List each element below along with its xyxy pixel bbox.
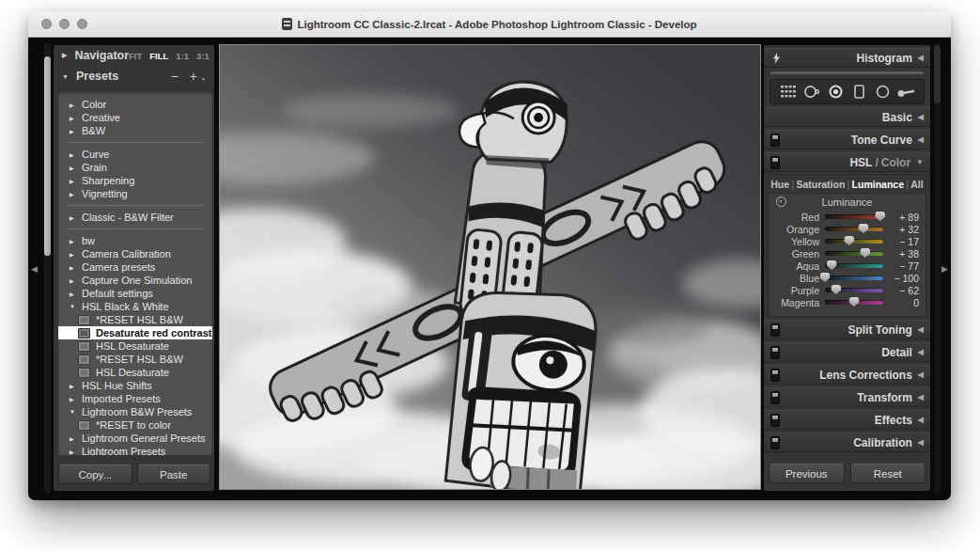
preset-folder-capture-one-simulation[interactable]: ▶Capture One Simulation: [58, 274, 212, 287]
paste-button[interactable]: Paste: [137, 464, 211, 484]
traffic-lights: [41, 19, 87, 29]
remove-preset-button[interactable]: −: [171, 69, 179, 84]
previous-button[interactable]: Previous: [769, 464, 845, 483]
collapse-left-panel-icon[interactable]: ◀: [31, 264, 38, 274]
triangle-right-icon: ▶: [70, 435, 76, 442]
tab-all[interactable]: All: [910, 179, 923, 190]
effects-toggle[interactable]: [770, 414, 780, 427]
detail-toggle[interactable]: [770, 346, 780, 359]
transform-toggle[interactable]: [770, 391, 780, 404]
histogram-header[interactable]: Histogram ◀: [764, 48, 930, 68]
zoom-window-button[interactable]: [77, 19, 87, 29]
basic-section-header[interactable]: Basic ◀: [764, 107, 930, 127]
hsl-color-toggle[interactable]: [770, 156, 780, 169]
preset-folder-classic-bw-filter[interactable]: ▶Classic - B&W Filter: [58, 211, 212, 224]
preset-folder-creative[interactable]: ▶Creative: [58, 111, 212, 124]
presets-header[interactable]: ▼ Presets − + ▼: [54, 66, 214, 87]
preset-folder-imported-presets[interactable]: ▶Imported Presets: [58, 392, 212, 405]
red-slider-track[interactable]: [825, 214, 883, 219]
left-panel: ▶ Navigator FIT FILL 1:1 3:1 ▲▼ ▼ Preset…: [54, 45, 214, 491]
preset-folder-label: Lightroom General Presets: [82, 433, 205, 444]
show-filmstrip-icon[interactable]: ▲: [487, 498, 492, 500]
preset-folder-lightroom-bw-presets[interactable]: ▼Lightroom B&W Presets: [58, 405, 212, 418]
preset-folder-color[interactable]: ▶Color: [58, 98, 212, 111]
left-panel-scrollbar-thumb[interactable]: [44, 56, 51, 256]
adjustment-brush-icon[interactable]: [896, 82, 915, 102]
target-adjustment-icon[interactable]: [776, 197, 786, 207]
reset-button[interactable]: Reset: [850, 464, 926, 483]
preset-folder-vignetting[interactable]: ▶Vignetting: [58, 187, 212, 200]
photo-zone: [214, 38, 764, 500]
preset-folder-camera-calibration[interactable]: ▶Camera Calibration: [58, 247, 212, 260]
detail-section-header[interactable]: Detail ◀: [764, 342, 930, 362]
preset-folder-curve[interactable]: ▶Curve: [58, 148, 212, 161]
preset-reset-hsl-bw-1[interactable]: *RESET HSL B&W: [58, 313, 212, 326]
tone-curve-section-header[interactable]: Tone Curve ◀: [764, 130, 930, 150]
totem-pole-photo: [220, 45, 760, 489]
green-slider-thumb[interactable]: [860, 248, 870, 258]
tone-curve-toggle[interactable]: [770, 134, 780, 147]
red-eye-icon[interactable]: [826, 82, 845, 102]
split-toning-toggle[interactable]: [770, 323, 780, 337]
preset-folder-lightroom-presets[interactable]: ▶Lightroom Presets: [58, 445, 212, 455]
slider-value: − 17: [883, 236, 919, 247]
zoom-option-3-1[interactable]: 3:1: [196, 51, 210, 61]
split-toning-section-header[interactable]: Split Toning ◀: [764, 320, 930, 339]
slider-label: Green: [775, 248, 825, 260]
preset-folder-lightroom-general-presets[interactable]: ▶Lightroom General Presets: [58, 432, 212, 445]
tab-hue[interactable]: Hue: [770, 179, 789, 190]
magenta-slider-thumb[interactable]: [849, 297, 860, 307]
preset-folder-sharpening[interactable]: ▶Sharpening: [58, 174, 212, 187]
minimize-window-button[interactable]: [59, 19, 70, 29]
blue-slider-track[interactable]: [825, 276, 883, 280]
preset-folder-hsl-hue-shifts[interactable]: ▶HSL Hue Shifts: [58, 379, 212, 392]
collapse-right-panel-icon[interactable]: ▶: [941, 264, 948, 274]
preset-reset-hsl-bw-2[interactable]: *RESET HSL B&W: [58, 353, 212, 366]
radial-filter-icon[interactable]: [873, 82, 892, 102]
graduated-filter-icon[interactable]: [849, 82, 868, 102]
zoom-option-fill[interactable]: FILL: [149, 51, 168, 61]
hsl-color-section-header[interactable]: HSL / Color ▼: [764, 152, 930, 172]
spot-removal-icon[interactable]: [802, 82, 821, 102]
preset-folder-bw2[interactable]: ▶bw: [58, 234, 212, 247]
preset-folder-hsl-black-white[interactable]: ▼HSL Black & White: [58, 300, 212, 313]
tab-luminance[interactable]: Luminance: [852, 179, 904, 190]
tab-saturation[interactable]: Saturation: [796, 179, 845, 190]
lens-corrections-section-header[interactable]: Lens Corrections ◀: [764, 365, 930, 385]
calibration-toggle[interactable]: [770, 436, 780, 449]
zoom-option-fit[interactable]: FIT: [129, 51, 142, 61]
transform-section-header[interactable]: Transform ◀: [764, 387, 930, 407]
preset-hsl-desaturate-2[interactable]: HSL Desaturate: [58, 366, 212, 379]
preset-folder-default-settings[interactable]: ▶Default settings: [58, 287, 212, 300]
preset-thumbnail-icon: [78, 315, 90, 325]
list-scroll-more-icon[interactable]: ▼: [132, 456, 137, 462]
preset-folder-bw[interactable]: ▶B&W: [58, 124, 212, 137]
zoom-option-1-1[interactable]: 1:1: [176, 51, 189, 61]
close-window-button[interactable]: [41, 19, 52, 29]
photo-canvas[interactable]: [219, 44, 761, 490]
aqua-slider-thumb[interactable]: [827, 260, 837, 270]
preset-folder-grain[interactable]: ▶Grain: [58, 161, 212, 174]
left-panel-buttons: Copy... Paste: [58, 464, 210, 484]
purple-slider-thumb[interactable]: [831, 285, 841, 294]
navigator-header[interactable]: ▶ Navigator FIT FILL 1:1 3:1 ▲▼: [54, 45, 214, 66]
add-preset-button[interactable]: +: [190, 69, 197, 84]
copy-button[interactable]: Copy...: [58, 464, 132, 484]
preset-hsl-desaturate-1[interactable]: HSL Desaturate: [58, 339, 212, 353]
calibration-section-header[interactable]: Calibration ◀: [764, 433, 930, 452]
app-content: ◀ ▶ Navigator FIT FILL 1:1 3:1 ▲▼ ▼ Pres…: [28, 38, 951, 500]
yellow-slider-thumb[interactable]: [844, 236, 854, 245]
preset-desaturate-red-contrast[interactable]: Desaturate red contrast: [58, 326, 212, 339]
lens-corrections-toggle[interactable]: [770, 369, 780, 382]
right-panel-scrollbar-thumb[interactable]: [934, 45, 941, 103]
orange-slider-thumb[interactable]: [858, 224, 868, 233]
orange-slider-track[interactable]: [825, 227, 883, 231]
right-panel-scrollbar-track[interactable]: [934, 43, 941, 493]
preset-folder-camera-presets[interactable]: ▶Camera presets: [58, 260, 212, 274]
preset-reset-to-color[interactable]: *RESET to color: [58, 418, 212, 432]
green-slider-track[interactable]: [825, 251, 883, 256]
add-preset-menu-icon[interactable]: ▼: [201, 76, 206, 82]
preset-thumbnail-icon: [78, 354, 90, 365]
effects-section-header[interactable]: Effects ◀: [764, 410, 930, 430]
crop-overlay-icon[interactable]: [779, 82, 798, 102]
